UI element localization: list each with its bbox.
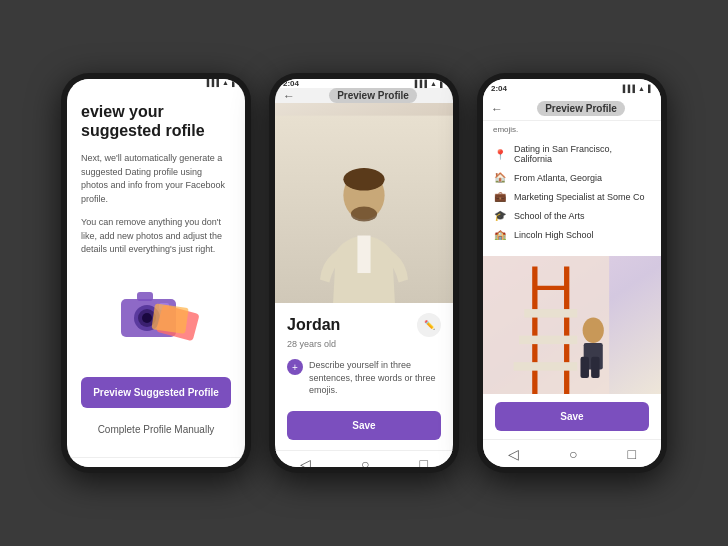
info-list: 📍 Dating in San Francisco, California 🏠 … <box>483 136 661 256</box>
svg-rect-28 <box>591 357 599 378</box>
status-icons-2: ▐▐▐ ▲ ▌ <box>412 80 445 87</box>
wifi-icon-3: ▲ <box>638 85 645 92</box>
phone-3-screen: 2:04 ▐▐▐ ▲ ▌ ← Preview Profile emojis. <box>483 79 661 467</box>
phone3-nav: ◁ ○ □ <box>483 439 661 467</box>
info-item-4: 🏫 Lincoln High School <box>493 229 651 240</box>
header-title-wrap-2: Preview Profile <box>301 88 445 103</box>
stairs-svg <box>483 256 661 394</box>
signal-icon-2: ▐▐▐ <box>412 80 427 87</box>
profile-photo-2 <box>275 103 453 303</box>
add-bio-button[interactable]: + <box>287 359 303 375</box>
phone-3-frame: 2:04 ▐▐▐ ▲ ▌ ← Preview Profile emojis. <box>477 73 667 473</box>
stairs-photo <box>483 256 661 394</box>
profile-age: 28 years old <box>287 339 441 349</box>
menu-nav-2[interactable]: □ <box>420 456 428 467</box>
battery-icon: ▌ <box>232 79 237 86</box>
info-item-3: 🎓 School of the Arts <box>493 210 651 221</box>
info-text-1: From Atlanta, Georgia <box>514 173 602 183</box>
header-context-label: emojis. <box>483 121 661 136</box>
profile-name-row: Jordan ✏️ <box>287 313 441 337</box>
battery-icon-3: ▌ <box>648 85 653 92</box>
svg-rect-22 <box>514 362 578 370</box>
phone1-desc2: You can remove anything you don't like, … <box>81 216 231 257</box>
home-nav-2[interactable]: ○ <box>361 456 369 467</box>
status-time-3: 2:04 <box>491 84 620 93</box>
phone2-header: ← Preview Profile <box>275 88 453 103</box>
back-arrow-2[interactable]: ← <box>283 89 295 103</box>
status-time-2: 2:04 <box>283 79 412 88</box>
status-bar-3: 2:04 ▐▐▐ ▲ ▌ <box>483 79 661 97</box>
phone-2-frame: 2:04 ▐▐▐ ▲ ▌ ← Preview Profile <box>269 73 459 473</box>
home-nav-1[interactable]: ○ <box>153 463 161 467</box>
phone3-header: ← Preview Profile <box>483 97 661 121</box>
phone-1: ▐▐▐ ▲ ▌ eview your suggested rofile Next… <box>61 73 251 473</box>
status-icons-1: ▐▐▐ ▲ ▌ <box>204 79 237 86</box>
svg-rect-13 <box>357 236 370 273</box>
info-item-2: 💼 Marketing Specialist at Some Co <box>493 191 651 202</box>
svg-point-12 <box>351 207 377 222</box>
home-icon: 🏠 <box>493 172 507 183</box>
back-nav-1[interactable]: ◁ <box>92 463 103 467</box>
menu-nav-1[interactable]: □ <box>212 463 220 467</box>
svg-point-25 <box>583 318 604 343</box>
profile-info-2: Jordan ✏️ 28 years old + Describe yourse… <box>275 303 453 450</box>
info-item-0: 📍 Dating in San Francisco, California <box>493 144 651 164</box>
info-item-1: 🏠 From Atlanta, Georgia <box>493 172 651 183</box>
info-text-4: Lincoln High School <box>514 230 594 240</box>
school-icon: 🏫 <box>493 229 507 240</box>
graduation-icon: 🎓 <box>493 210 507 221</box>
phone-1-frame: ▐▐▐ ▲ ▌ eview your suggested rofile Next… <box>61 73 251 473</box>
camera-svg <box>111 277 201 347</box>
info-text-2: Marketing Specialist at Some Co <box>514 192 645 202</box>
phone3-save-row: Save <box>483 394 661 439</box>
phone1-nav: ◁ ○ □ <box>67 457 245 467</box>
svg-point-11 <box>343 168 384 190</box>
wifi-icon: ▲ <box>222 79 229 86</box>
phone-2: 2:04 ▐▐▐ ▲ ▌ ← Preview Profile <box>269 73 459 473</box>
phone1-desc1: Next, we'll automatically generate a sug… <box>81 152 231 206</box>
status-bar-1: ▐▐▐ ▲ ▌ <box>67 79 245 86</box>
phone1-content: eview your suggested rofile Next, we'll … <box>67 86 245 457</box>
back-arrow-3[interactable]: ← <box>491 102 503 116</box>
add-bio-row: + Describe yourself in three sentences, … <box>287 359 441 397</box>
wifi-icon-2: ▲ <box>430 80 437 87</box>
phone1-title: eview your suggested rofile <box>81 102 231 140</box>
preview-profile-title-3: Preview Profile <box>537 101 625 116</box>
preview-suggested-profile-button[interactable]: Preview Suggested Profile <box>81 377 231 408</box>
info-text-0: Dating in San Francisco, California <box>514 144 651 164</box>
signal-icon-3: ▐▐▐ <box>620 85 635 92</box>
location-icon: 📍 <box>493 149 507 160</box>
svg-rect-23 <box>519 336 577 344</box>
home-nav-3[interactable]: ○ <box>569 446 577 462</box>
briefcase-icon: 💼 <box>493 191 507 202</box>
phone-3: 2:04 ▐▐▐ ▲ ▌ ← Preview Profile emojis. <box>477 73 667 473</box>
svg-rect-27 <box>580 357 588 378</box>
svg-rect-4 <box>137 292 153 301</box>
back-nav-3[interactable]: ◁ <box>508 446 519 462</box>
camera-illustration <box>81 277 231 347</box>
menu-nav-3[interactable]: □ <box>628 446 636 462</box>
svg-point-3 <box>142 313 152 323</box>
svg-rect-7 <box>151 303 188 333</box>
bio-hint: Describe yourself in three sentences, th… <box>309 359 441 397</box>
status-bar-2: 2:04 ▐▐▐ ▲ ▌ <box>275 79 453 88</box>
battery-icon-2: ▌ <box>440 80 445 87</box>
phone2-nav: ◁ ○ □ <box>275 450 453 467</box>
back-nav-2[interactable]: ◁ <box>300 456 311 467</box>
status-icons-3: ▐▐▐ ▲ ▌ <box>620 85 653 92</box>
phone-2-screen: 2:04 ▐▐▐ ▲ ▌ ← Preview Profile <box>275 79 453 467</box>
complete-profile-manually-button[interactable]: Complete Profile Manually <box>81 418 231 441</box>
phone-1-screen: ▐▐▐ ▲ ▌ eview your suggested rofile Next… <box>67 79 245 467</box>
save-button-2[interactable]: Save <box>287 411 441 440</box>
profile-person-svg <box>275 103 453 303</box>
info-text-3: School of the Arts <box>514 211 585 221</box>
header-title-wrap-3: Preview Profile <box>509 101 653 116</box>
signal-icon: ▐▐▐ <box>204 79 219 86</box>
preview-profile-title-2: Preview Profile <box>329 88 417 103</box>
save-button-3[interactable]: Save <box>495 402 649 431</box>
svg-rect-24 <box>524 309 577 317</box>
profile-name: Jordan <box>287 316 340 334</box>
edit-button[interactable]: ✏️ <box>417 313 441 337</box>
